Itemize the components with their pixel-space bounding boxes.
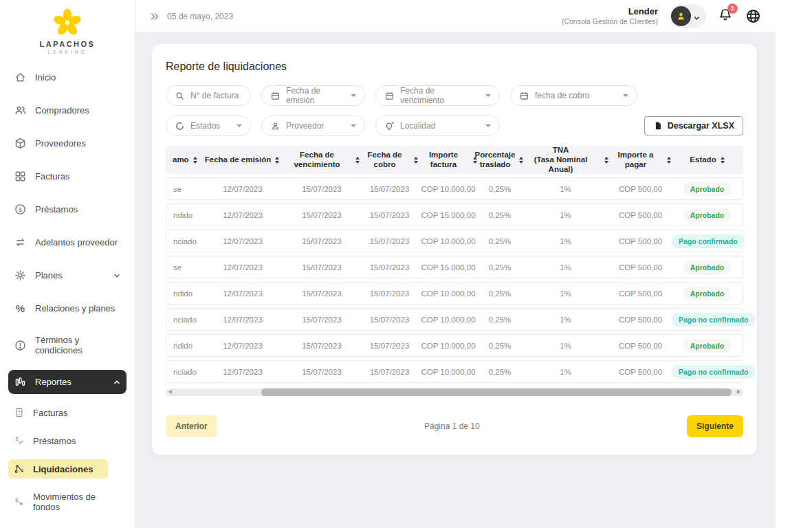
column-header-estado[interactable]: Estado: [671, 155, 743, 165]
column-header-prestamo[interactable]: amo: [166, 155, 201, 165]
page-indicator: Página 1 de 10: [217, 421, 687, 431]
sort-icon: [193, 157, 197, 164]
content-area: Reporte de liquidaciones N° de factura F…: [135, 33, 776, 528]
filter-placeholder: Fecha de emisión: [286, 86, 345, 105]
sidebar: LAPACHOS LENDING Inicio Compradores Prov…: [0, 0, 135, 528]
sidebar-subitem-label: Liquidaciones: [33, 464, 93, 474]
brand-name: LAPACHOS: [40, 40, 96, 48]
receipt-icon: $: [14, 407, 25, 418]
document-icon: [653, 121, 663, 131]
sidebar-item-label: Términos y condiciones: [35, 335, 121, 355]
dollar-circle-icon: $: [14, 203, 27, 216]
topbar: 05 de mayo, 2023 Lender (Consola Gestión…: [135, 0, 776, 33]
calendar-icon: [519, 91, 529, 101]
network-icon: [14, 463, 25, 474]
table-row[interactable]: se 12/07/2023 15/07/2023 15/07/2023 COP …: [166, 177, 743, 200]
sidebar-subitem-label: Movimientos de fondos: [33, 492, 121, 512]
table-row[interactable]: nciado 12/07/2023 15/07/2023 15/07/2023 …: [166, 360, 743, 383]
filter-placeholder: Estados: [190, 121, 220, 131]
column-header-porcentaje-traslado[interactable]: Porcentajetraslado: [477, 151, 521, 170]
column-header-fecha-emision[interactable]: Fecha de emisión: [201, 155, 283, 165]
due-date-filter[interactable]: Fecha de vencimiento: [375, 85, 500, 106]
sidebar-item-proveedores[interactable]: Proveedores: [8, 131, 127, 155]
table-row[interactable]: nciado 12/07/2023 15/07/2023 15/07/2023 …: [166, 308, 743, 331]
locality-filter[interactable]: Localidad: [375, 116, 500, 136]
search-icon: [175, 91, 185, 101]
sidebar-item-compradores[interactable]: Compradores: [8, 98, 127, 122]
previous-page-button[interactable]: Anterior: [166, 415, 217, 437]
column-header-importe-a-pagar[interactable]: Importe a pagar: [608, 151, 671, 170]
sidebar-item-relaciones-y-planes[interactable]: % Relaciones y planes: [8, 296, 127, 320]
globe-icon: [745, 8, 762, 25]
brand-tagline: LENDING: [48, 50, 87, 54]
sidebar-item-facturas[interactable]: Facturas: [8, 164, 127, 188]
column-header-importe-factura[interactable]: Importe factura: [418, 151, 477, 170]
user-name: Lender: [562, 6, 658, 17]
table-row[interactable]: ndido 12/07/2023 15/07/2023 15/07/2023 C…: [166, 334, 743, 357]
collection-date-filter[interactable]: fecha de cobro: [510, 85, 637, 106]
svg-text:$: $: [19, 206, 22, 213]
status-badge: Aprobado: [683, 261, 732, 274]
user-menu[interactable]: [669, 4, 706, 28]
sidebar-item-reportes[interactable]: Reportes: [8, 370, 127, 394]
sidebar-item-prestamos[interactable]: $ Préstamos: [8, 197, 127, 221]
sidebar-item-adelantos-proveedor[interactable]: Adelantos proveedor: [8, 230, 127, 254]
sidebar-item-label: Relaciones y planes: [35, 303, 115, 314]
percent-icon: %: [14, 302, 27, 315]
sidebar-item-label: Inicio: [35, 72, 56, 82]
bar-chart-icon: [14, 375, 27, 388]
sidebar-item-terminos-y-condiciones[interactable]: Términos y condiciones: [8, 329, 127, 361]
sidebar-item-label: Reportes: [35, 377, 72, 387]
invoice-number-filter[interactable]: N° de factura: [166, 85, 251, 106]
download-label: Descargar XLSX: [668, 121, 734, 131]
scroll-left-icon[interactable]: [168, 390, 172, 394]
calendar-icon: [384, 91, 395, 101]
transfer-arrows-icon: [14, 236, 27, 249]
table-header: amo Fecha de emisión Fecha de vencimient…: [166, 146, 743, 174]
sidebar-subitem-label: Facturas: [33, 408, 68, 418]
next-page-button[interactable]: Siguiente: [687, 415, 743, 437]
filter-placeholder: Localidad: [400, 121, 435, 131]
provider-filter[interactable]: Proveedor: [261, 116, 365, 136]
horizontal-scrollbar[interactable]: [166, 388, 743, 396]
states-filter[interactable]: Estados: [166, 116, 251, 136]
sidebar-subitem-prestamos[interactable]: $ Préstamos: [8, 431, 127, 450]
table-row[interactable]: nciado 12/07/2023 15/07/2023 15/07/2023 …: [166, 230, 743, 252]
status-circle-icon: [175, 121, 185, 131]
sidebar-collapse-icon[interactable]: [149, 11, 160, 22]
sidebar-item-planes[interactable]: Planes: [8, 263, 127, 287]
chevron-down-icon: [237, 124, 242, 127]
table-row[interactable]: se 12/07/2023 15/07/2023 15/07/2023 COP …: [166, 256, 743, 278]
sidebar-item-label: Compradores: [35, 105, 89, 116]
status-badge: Aprobado: [683, 339, 732, 353]
sidebar-subitem-facturas[interactable]: $ Facturas: [8, 403, 127, 422]
sidebar-item-label: Facturas: [35, 171, 70, 182]
sidebar-item-label: Proveedores: [35, 138, 86, 148]
sidebar-subitem-liquidaciones[interactable]: Liquidaciones: [8, 459, 108, 478]
column-header-fecha-cobro[interactable]: Fecha de cobro: [360, 151, 418, 170]
sidebar-item-label: Planes: [35, 270, 63, 280]
download-xlsx-button[interactable]: Descargar XLSX: [644, 116, 743, 135]
scrollbar-thumb[interactable]: [261, 388, 732, 396]
column-header-tna[interactable]: TNA(Tasa Nominal Anual): [521, 146, 608, 174]
person-icon: [675, 10, 687, 22]
topbar-actions: Lender (Consola Gestión de Clientes) 1: [562, 4, 762, 28]
table-row[interactable]: ndido 12/07/2023 15/07/2023 15/07/2023 C…: [166, 204, 743, 226]
package-icon: [14, 137, 27, 150]
gear-icon: [14, 269, 27, 282]
sidebar-item-label: Adelantos proveedor: [35, 237, 118, 248]
issue-date-filter[interactable]: Fecha de emisión: [261, 85, 365, 106]
chevron-down-icon: [485, 124, 491, 127]
table-row[interactable]: ndido 12/07/2023 15/07/2023 15/07/2023 C…: [166, 282, 743, 305]
current-date: 05 de mayo, 2023: [167, 12, 233, 21]
notifications-button[interactable]: 1: [717, 7, 734, 26]
info-circle-icon: [14, 339, 27, 352]
language-button[interactable]: [745, 8, 762, 25]
sidebar-item-inicio[interactable]: Inicio: [8, 65, 127, 89]
status-badge: Pago no confirmado: [672, 365, 756, 379]
sidebar-subitem-movimientos-de-fondos[interactable]: $ Movimientos de fondos: [8, 487, 127, 516]
column-header-fecha-vencimiento[interactable]: Fecha de vencimiento: [283, 151, 360, 170]
app-window: LAPACHOS LENDING Inicio Compradores Prov…: [0, 0, 812, 528]
sidebar-subitem-aranceles-de-servicios[interactable]: Aranceles de servicios: [8, 525, 127, 528]
scroll-right-icon[interactable]: [737, 390, 740, 394]
